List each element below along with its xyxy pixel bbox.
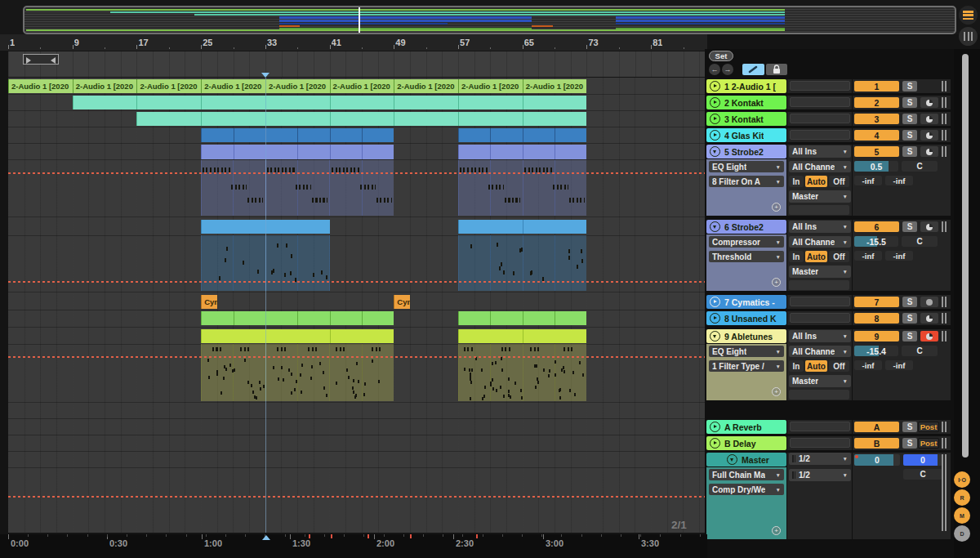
automation-envelope-line[interactable] xyxy=(8,356,705,358)
arm-record-button[interactable] xyxy=(920,331,938,341)
clip[interactable] xyxy=(330,145,362,159)
input-type-chooser[interactable]: All Ins▼ xyxy=(789,330,851,342)
clip[interactable]: 2-Audio 1 [2020 xyxy=(201,79,265,93)
pre-post-toggle[interactable]: Post xyxy=(918,438,939,449)
vertical-scrollbar[interactable] xyxy=(962,54,969,458)
monitor-off-button[interactable]: Off xyxy=(829,176,849,187)
clip[interactable]: 2-Audio 1 [2020 xyxy=(330,79,394,93)
input-type-chooser[interactable]: All Ins▼ xyxy=(789,145,851,158)
track-activator-button[interactable]: 5 xyxy=(854,146,899,157)
track-name-1[interactable]: 1 2-Audio 1 [ xyxy=(706,79,786,93)
monitor-auto-button[interactable]: Auto xyxy=(805,176,827,187)
clip[interactable] xyxy=(523,112,587,126)
arm-record-button[interactable] xyxy=(920,114,938,124)
track-name-9[interactable]: 9 Abletunes xyxy=(706,329,786,343)
clip[interactable] xyxy=(201,329,265,343)
locator-tick[interactable] xyxy=(309,534,310,538)
fold-track-icon[interactable] xyxy=(710,81,720,92)
clip[interactable] xyxy=(394,96,458,109)
track-activator-button[interactable]: 8 xyxy=(854,313,899,324)
arm-record-button[interactable] xyxy=(920,221,938,232)
device-chooser[interactable]: 1 Filter Type /▼ xyxy=(709,360,784,372)
add-automation-lane-button[interactable]: + xyxy=(772,278,781,287)
clip[interactable] xyxy=(265,220,330,234)
unfold-track-icon[interactable] xyxy=(710,221,720,232)
clip[interactable] xyxy=(490,128,522,142)
clip[interactable] xyxy=(265,145,297,159)
clip[interactable] xyxy=(201,128,233,142)
automation-envelope-line[interactable] xyxy=(8,281,705,283)
clip[interactable] xyxy=(265,112,330,126)
clip[interactable] xyxy=(330,128,362,142)
locator-tick[interactable] xyxy=(410,534,412,538)
device-chooser[interactable]: Threshold▼ xyxy=(709,251,784,262)
track-name-6[interactable]: 6 Strobe2 xyxy=(706,220,786,234)
unfold-track-icon[interactable] xyxy=(710,146,720,157)
solo-button[interactable]: S xyxy=(902,331,917,341)
fold-track-icon[interactable] xyxy=(710,438,720,449)
device-chooser[interactable]: EQ Eight▼ xyxy=(709,346,784,357)
automation-envelope-line[interactable] xyxy=(8,172,705,174)
solo-button[interactable]: S xyxy=(902,114,917,124)
track-name-A[interactable]: A Reverb xyxy=(706,420,786,434)
track-name-2[interactable]: 2 Kontakt xyxy=(706,96,786,109)
fold-track-icon[interactable] xyxy=(710,97,720,108)
fold-track-icon[interactable] xyxy=(710,114,720,124)
device-chooser[interactable]: Comp Dry/We▼ xyxy=(709,484,784,495)
mixer-toggle-m[interactable]: M xyxy=(954,507,970,524)
input-channel-chooser[interactable]: All Channe▼ xyxy=(789,161,851,172)
clip[interactable]: 2-Audio 1 [2020 xyxy=(458,79,523,93)
master-pan-field[interactable]: 0 xyxy=(903,454,942,466)
clip[interactable] xyxy=(362,311,394,325)
clip[interactable] xyxy=(490,311,522,325)
monitor-in-button[interactable]: In xyxy=(789,176,804,187)
add-automation-lane-button[interactable]: + xyxy=(772,203,781,212)
track-delay-field[interactable] xyxy=(790,130,850,140)
clip[interactable] xyxy=(523,220,587,234)
clip[interactable] xyxy=(201,112,265,126)
clip[interactable] xyxy=(265,96,330,109)
monitor-in-button[interactable]: In xyxy=(789,360,804,372)
track-delay-field[interactable] xyxy=(790,114,850,123)
track-name-3[interactable]: 3 Kontakt xyxy=(706,112,786,126)
scrub-area[interactable] xyxy=(8,51,705,77)
clip[interactable] xyxy=(265,329,330,343)
fold-track-icon[interactable] xyxy=(710,130,720,141)
track-delay-field[interactable] xyxy=(790,313,850,323)
monitor-in-button[interactable]: In xyxy=(789,251,804,262)
track-name-master[interactable]: Master xyxy=(706,453,786,466)
back-arrow-button[interactable]: ← xyxy=(709,64,720,75)
unfold-track-icon[interactable] xyxy=(727,454,737,465)
add-automation-lane-button[interactable]: + xyxy=(772,526,781,535)
track-delay-field[interactable] xyxy=(789,280,849,290)
track-activator-button[interactable]: 3 xyxy=(854,114,899,124)
clip[interactable]: 2-Audio 1 [2020 xyxy=(523,79,587,93)
clip[interactable] xyxy=(201,311,233,325)
clip[interactable] xyxy=(201,145,233,159)
clip[interactable] xyxy=(523,128,555,142)
input-channel-chooser[interactable]: All Channe▼ xyxy=(789,346,851,357)
monitor-off-button[interactable]: Off xyxy=(829,251,849,262)
clip[interactable] xyxy=(523,96,587,109)
clip[interactable] xyxy=(136,112,201,126)
clip[interactable] xyxy=(555,145,586,159)
send-knob-value[interactable]: -inf xyxy=(885,251,913,261)
track-activator-button[interactable]: 7 xyxy=(854,297,899,307)
input-channel-chooser[interactable]: All Channe▼ xyxy=(789,236,851,248)
clip[interactable] xyxy=(330,311,362,325)
clip[interactable]: 2-Audio 1 [2020 xyxy=(136,79,201,93)
clip[interactable] xyxy=(458,128,490,142)
clip[interactable]: Cym xyxy=(201,295,217,309)
pan-button[interactable]: C xyxy=(902,161,938,172)
bar-ruler[interactable]: 19172533414957657381 xyxy=(0,34,707,51)
clip[interactable] xyxy=(330,329,394,343)
clip[interactable] xyxy=(523,311,555,325)
volume-field[interactable]: 0.5 xyxy=(854,161,898,172)
time-ruler[interactable]: 0:000:301:001:302:002:303:003:30 xyxy=(0,534,707,558)
clip[interactable] xyxy=(201,96,265,109)
track-activator-button[interactable]: 9 xyxy=(854,331,899,341)
track-activator-button[interactable]: 4 xyxy=(854,130,899,141)
track-name-4[interactable]: 4 Glas Kit xyxy=(706,128,786,142)
output-chooser[interactable]: Master▼ xyxy=(789,375,851,387)
automation-envelope-line[interactable] xyxy=(8,496,705,498)
